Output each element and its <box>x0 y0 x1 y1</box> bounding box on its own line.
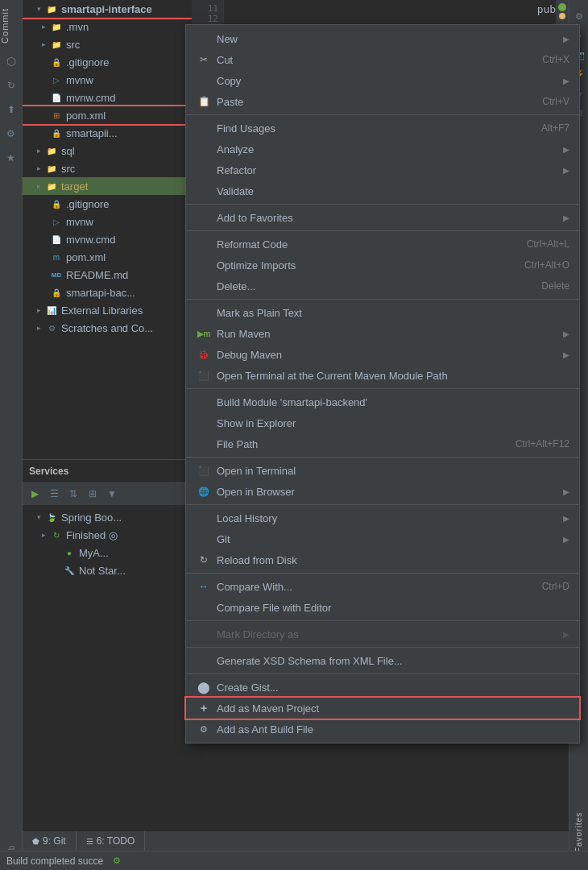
grid-button[interactable]: ⊞ <box>84 485 101 503</box>
menu-new-label: New <box>217 33 557 45</box>
menu-show-explorer[interactable]: Show in Explorer <box>186 412 579 433</box>
tree-item-readme[interactable]: MD README.md <box>23 266 192 284</box>
menu-cut[interactable]: ✂ Cut Ctrl+X <box>186 49 579 70</box>
build-icon <box>196 394 212 410</box>
menu-show-explorer-label: Show in Explorer <box>217 417 569 429</box>
menu-compare-with[interactable]: ↔ Compare With... Ctrl+D <box>186 576 579 597</box>
gutter-icon <box>558 3 566 11</box>
menu-reformat[interactable]: Reformat Code Ctrl+Alt+L <box>186 234 579 255</box>
readme-icon: MD <box>50 268 63 281</box>
menu-paste[interactable]: 📋 Paste Ctrl+V <box>186 91 579 112</box>
menu-run-maven[interactable]: ▶m Run Maven ▶ <box>186 323 579 344</box>
update-icon[interactable]: ↻ <box>2 76 21 95</box>
menu-analyze[interactable]: Analyze ▶ <box>186 139 579 160</box>
tree-item-pom-xml[interactable]: ⊞ pom.xml <box>23 106 192 124</box>
menu-compare-editor[interactable]: Compare File with Editor <box>186 597 579 618</box>
tree-arrow <box>34 512 43 522</box>
service-finished[interactable]: ↻ Finished ◎ <box>23 526 192 544</box>
menu-git[interactable]: Git ▶ <box>186 528 579 549</box>
refactor-icon <box>196 162 212 178</box>
extlibs-icon: 📊 <box>45 304 58 317</box>
menu-mark-directory: Mark Directory as ▶ <box>186 624 579 644</box>
service-mya[interactable]: ● MyA... <box>23 544 192 561</box>
analyze-icon <box>196 141 212 157</box>
fav-icon1[interactable]: ⚙ <box>569 6 589 26</box>
tree-item-mvnw2[interactable]: ▷ mvnw <box>23 213 192 230</box>
service-label: Finished ◎ <box>66 529 118 541</box>
menu-create-gist[interactable]: ⬤ Create Gist... <box>186 677 579 698</box>
menu-new[interactable]: New ▶ <box>186 28 579 49</box>
menu-open-terminal-maven[interactable]: ⬛ Open Terminal at the Current Maven Mod… <box>186 365 579 386</box>
tree-item-sql[interactable]: 📁 sql <box>23 142 192 160</box>
menu-reload[interactable]: ↻ Reload from Disk <box>186 549 579 570</box>
push-icon[interactable]: ⬆ <box>2 100 21 119</box>
tree-item-src[interactable]: 📁 src <box>23 160 192 177</box>
menu-build-module[interactable]: Build Module 'smartapi-backend' <box>186 392 579 412</box>
tree-item-mvnw[interactable]: ▷ mvnw <box>23 71 192 89</box>
tree-item-ext-libs[interactable]: 📊 External Libraries <box>23 301 192 319</box>
menu-debug-maven[interactable]: 🐞 Debug Maven ▶ <box>186 344 579 365</box>
copy-icon <box>196 72 212 89</box>
menu-local-history[interactable]: Local History ▶ <box>186 508 579 528</box>
menu-add-ant[interactable]: ⚙ Add as Ant Build File <box>186 719 579 740</box>
tree-label: External Libraries <box>61 304 143 317</box>
tree-arrow <box>34 164 43 173</box>
list-button[interactable]: ☰ <box>45 485 63 503</box>
menu-git-label: Git <box>217 533 557 545</box>
local-history-icon <box>196 510 212 526</box>
status-bar: Build completed succe ⚙ <box>0 851 588 870</box>
menu-open-terminal[interactable]: ⬛ Open in Terminal <box>186 460 579 481</box>
tree-item-mvnw-cmd[interactable]: 📄 mvnw.cmd <box>23 89 192 106</box>
service-notstart[interactable]: 🔧 Not Star... <box>23 561 192 579</box>
menu-mark-plain[interactable]: Mark as Plain Text <box>186 302 579 323</box>
service-spring-boot[interactable]: 🍃 Spring Boo... <box>23 508 192 526</box>
file-tree: 📁 smartapi-interface 📁 .mvn 📁 src 🔒 .git… <box>23 0 192 459</box>
tree-label: mvnw.cmd <box>66 234 115 246</box>
menu-find-usages-label: Find Usages <box>217 122 528 135</box>
play-button[interactable]: ▶ <box>26 485 43 503</box>
menu-analyze-label: Analyze <box>217 143 557 155</box>
menu-file-path[interactable]: File Path Ctrl+Alt+F12 <box>186 433 579 454</box>
menu-copy[interactable]: Copy ▶ <box>186 70 579 91</box>
tree-item-smartapi-int[interactable]: 🔒 smartapii... <box>23 124 192 142</box>
menu-open-browser[interactable]: 🌐 Open in Browser ▶ <box>186 481 579 502</box>
todo-tab-icon: ☰ <box>86 837 93 846</box>
menu-add-maven[interactable]: + Add as Maven Project <box>186 698 579 719</box>
tree-label: mvnw <box>66 216 93 228</box>
tree-label: src <box>61 163 75 175</box>
tree-item-pom2[interactable]: m pom.xml <box>23 248 192 266</box>
gutter-icon2 <box>559 13 565 19</box>
menu-delete[interactable]: Delete... Delete <box>186 276 579 296</box>
menu-optimize[interactable]: Optimize Imports Ctrl+Alt+O <box>186 255 579 276</box>
debug-maven-arrow: ▶ <box>563 350 569 359</box>
sort-button[interactable]: ⇅ <box>64 485 82 503</box>
menu-generate-xsd[interactable]: Generate XSD Schema from XML File... <box>186 650 579 671</box>
tree-arrow <box>34 146 43 155</box>
menu-refactor[interactable]: Refactor ▶ <box>186 160 579 180</box>
tree-item-smartapi-interface[interactable]: 📁 smartapi-interface <box>23 0 192 18</box>
menu-find-usages[interactable]: Find Usages Alt+F7 <box>186 118 579 139</box>
tree-item-gitignore2[interactable]: 🔒 .gitignore <box>23 195 192 213</box>
tree-label: pom.xml <box>66 251 106 263</box>
cut-shortcut: Ctrl+X <box>542 54 569 65</box>
tree-item-gitignore[interactable]: 🔒 .gitignore <box>23 53 192 71</box>
todo-tab[interactable]: ☰ 6: TODO <box>77 831 146 851</box>
add-fav-icon <box>196 209 212 226</box>
paste-icon: 📋 <box>196 93 212 110</box>
tree-arrow <box>39 530 48 540</box>
tree-item-mvnw-cmd2[interactable]: 📄 mvnw.cmd <box>23 230 192 248</box>
tree-item-target[interactable]: 📁 target <box>23 177 192 195</box>
filter-button[interactable]: ▼ <box>103 485 121 503</box>
tree-item-scratches[interactable]: ⚙ Scratches and Co... <box>23 319 192 337</box>
settings-sidebar-icon[interactable]: ⚙ <box>2 124 21 143</box>
gitignore-icon: 🔒 <box>50 56 63 68</box>
git-tab[interactable]: ⬟ 9: Git <box>23 831 77 851</box>
separator8 <box>186 573 579 574</box>
tree-item-src-top[interactable]: 📁 src <box>23 35 192 53</box>
vcs-icon[interactable]: ⬡ <box>2 52 21 71</box>
menu-validate[interactable]: Validate <box>186 180 579 201</box>
menu-add-favorites[interactable]: Add to Favorites ▶ <box>186 207 579 228</box>
star-icon[interactable]: ★ <box>2 148 21 168</box>
tree-item-smartapi-bac[interactable]: 🔒 smartapi-bac... <box>23 284 192 301</box>
tree-item-mvn[interactable]: 📁 .mvn <box>23 18 192 35</box>
